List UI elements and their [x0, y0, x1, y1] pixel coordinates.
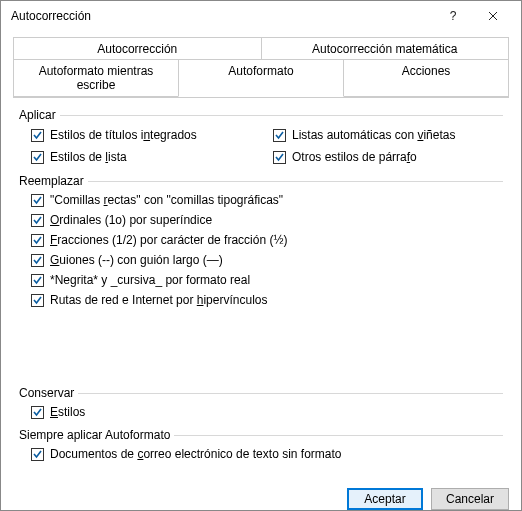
- checkbox-box: [31, 151, 44, 164]
- group-preserve-label: Conservar: [19, 386, 503, 400]
- titlebar: Autocorrección ?: [1, 1, 521, 31]
- always-options: Documentos de correo electrónico de text…: [19, 446, 503, 462]
- checkbox-label: Rutas de red e Internet por hipervínculo…: [50, 292, 267, 308]
- check-icon: [274, 152, 285, 163]
- cancel-button[interactable]: Cancelar: [431, 488, 509, 510]
- checkbox-label: Otros estilos de párrafo: [292, 149, 417, 165]
- replace-check-4[interactable]: *Negrita* y _cursiva_ por formato real: [31, 272, 503, 288]
- dialog-buttons: Aceptar Cancelar: [1, 478, 521, 511]
- autoformat-panel: Aplicar Estilos de títulos integradosEst…: [13, 98, 509, 466]
- checkbox-box: [31, 129, 44, 142]
- checkbox-label: Documentos de correo electrónico de text…: [50, 446, 342, 462]
- checkbox-label: Fracciones (1/2) por carácter de fracció…: [50, 232, 287, 248]
- group-always-label: Siempre aplicar Autoformato: [19, 428, 503, 442]
- replace-check-0[interactable]: "Comillas rectas" con "comillas tipográf…: [31, 192, 503, 208]
- close-icon: [488, 11, 498, 21]
- checkbox-box: [31, 214, 44, 227]
- tab-autocorreccion-matematica[interactable]: Autocorrección matemática: [261, 37, 510, 60]
- apply-check-3[interactable]: Otros estilos de párrafo: [273, 148, 503, 166]
- tab-autoformato-mientras-escribe[interactable]: Autoformato mientras escribe: [13, 59, 179, 97]
- checkbox-label: *Negrita* y _cursiva_ por formato real: [50, 272, 250, 288]
- group-apply-label: Aplicar: [19, 108, 503, 122]
- replace-check-2[interactable]: Fracciones (1/2) por carácter de fracció…: [31, 232, 503, 248]
- always-check-0[interactable]: Documentos de correo electrónico de text…: [31, 446, 503, 462]
- check-icon: [32, 255, 43, 266]
- replace-options: "Comillas rectas" con "comillas tipográf…: [19, 192, 503, 308]
- replace-check-1[interactable]: Ordinales (1o) por superíndice: [31, 212, 503, 228]
- dialog-title: Autocorrección: [11, 9, 433, 23]
- checkbox-box: [273, 151, 286, 164]
- checkbox-label: Ordinales (1o) por superíndice: [50, 212, 212, 228]
- checkbox-box: [31, 274, 44, 287]
- checkbox-box: [31, 406, 44, 419]
- autocorrect-dialog: Autocorrección ? Autocorrección Autocorr…: [0, 0, 522, 511]
- group-replace-label: Reemplazar: [19, 174, 503, 188]
- checkbox-box: [31, 234, 44, 247]
- checkbox-box: [31, 194, 44, 207]
- check-icon: [32, 295, 43, 306]
- checkbox-box: [31, 254, 44, 267]
- tab-acciones[interactable]: Acciones: [343, 59, 509, 97]
- preserve-options: Estilos: [19, 404, 503, 420]
- replace-check-5[interactable]: Rutas de red e Internet por hipervínculo…: [31, 292, 503, 308]
- check-icon: [32, 152, 43, 163]
- apply-check-1[interactable]: Estilos de lista: [31, 148, 261, 166]
- checkbox-label: Estilos de lista: [50, 149, 127, 165]
- preserve-check-0[interactable]: Estilos: [31, 404, 503, 420]
- check-icon: [32, 407, 43, 418]
- close-button[interactable]: [473, 1, 513, 31]
- check-icon: [32, 215, 43, 226]
- check-icon: [32, 449, 43, 460]
- check-icon: [32, 235, 43, 246]
- apply-check-2[interactable]: Listas automáticas con viñetas: [273, 126, 503, 144]
- apply-check-0[interactable]: Estilos de títulos integrados: [31, 126, 261, 144]
- checkbox-box: [31, 294, 44, 307]
- tab-row-1: Autocorrección Autocorrección matemática: [13, 37, 509, 60]
- replace-check-3[interactable]: Guiones (--) con guión largo (—): [31, 252, 503, 268]
- help-button[interactable]: ?: [433, 1, 473, 31]
- checkbox-label: "Comillas rectas" con "comillas tipográf…: [50, 192, 283, 208]
- tab-row-2: Autoformato mientras escribe Autoformato…: [13, 59, 509, 98]
- checkbox-box: [273, 129, 286, 142]
- checkbox-label: Listas automáticas con viñetas: [292, 127, 455, 143]
- ok-button[interactable]: Aceptar: [347, 488, 423, 510]
- check-icon: [32, 195, 43, 206]
- checkbox-label: Estilos: [50, 404, 85, 420]
- checkbox-label: Estilos de títulos integrados: [50, 127, 197, 143]
- tab-autocorreccion[interactable]: Autocorrección: [13, 37, 262, 60]
- check-icon: [32, 275, 43, 286]
- dialog-content: Autocorrección Autocorrección matemática…: [1, 31, 521, 478]
- apply-options: Estilos de títulos integradosEstilos de …: [19, 126, 503, 166]
- tab-autoformato[interactable]: Autoformato: [178, 59, 344, 97]
- checkbox-label: Guiones (--) con guión largo (—): [50, 252, 223, 268]
- checkbox-box: [31, 448, 44, 461]
- check-icon: [274, 130, 285, 141]
- check-icon: [32, 130, 43, 141]
